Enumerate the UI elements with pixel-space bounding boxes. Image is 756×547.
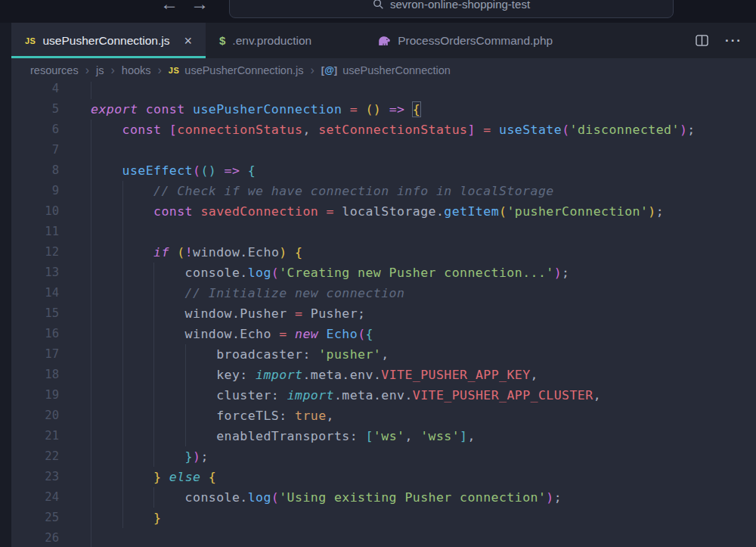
code-line-8: 8 useEffect(() => { [11, 160, 756, 181]
indent-guide [153, 365, 154, 385]
indent-guide [185, 344, 186, 365]
line-number: 21 [11, 426, 59, 446]
breadcrumb-item-js[interactable]: js [96, 64, 104, 76]
code-line-26: 26 [11, 528, 756, 547]
indent-guide [122, 426, 123, 446]
search-query-text: sevron-online-shopping-test [390, 0, 530, 11]
breadcrumb-separator: › [85, 64, 89, 77]
indent-guide [122, 487, 123, 508]
code-text: useEffect(() => { [91, 160, 256, 181]
editor-left-margin [0, 23, 11, 547]
indent-guide [91, 446, 91, 467]
line-number: 6 [11, 120, 59, 140]
code-text: if (!window.Echo) { [91, 242, 302, 263]
indent-guide [122, 324, 123, 344]
breadcrumb-item-hooks[interactable]: hooks [122, 64, 151, 76]
code-text: cluster: import.meta.env.VITE_PUSHER_APP… [91, 385, 601, 406]
indent-guide [153, 406, 154, 426]
code-line-14: 14 // Initialize new connection [11, 283, 756, 303]
line-number: 17 [11, 344, 59, 365]
tab-processorderscommand-php[interactable]: ProcessOrdersCommand.php [364, 23, 566, 58]
indent-guide [122, 446, 123, 467]
line-number: 20 [11, 406, 59, 426]
code-text: window.Pusher = Pusher; [91, 303, 366, 324]
top-bar: ← → sevron-online-shopping-test [0, 0, 756, 23]
env-dollar-icon: $ [219, 34, 225, 47]
indent-guide [91, 344, 91, 365]
indent-guide [122, 303, 123, 324]
line-number: 4 [11, 82, 59, 99]
line-number: 24 [11, 487, 59, 508]
indent-guide [185, 426, 186, 446]
line-number: 23 [11, 467, 59, 487]
line-number: 14 [11, 283, 59, 303]
more-actions-icon[interactable]: ··· [725, 33, 742, 48]
indent-guide [122, 181, 123, 201]
indent-guide [91, 201, 91, 222]
command-center-search[interactable]: sevron-online-shopping-test [229, 0, 674, 18]
indent-guide [91, 467, 91, 487]
split-editor-icon[interactable] [696, 35, 708, 46]
line-number: 10 [11, 201, 59, 222]
line-number: 16 [11, 324, 59, 344]
code-line-15: 15 window.Pusher = Pusher; [11, 303, 756, 324]
breadcrumb: resources›js›hooks›JSusePusherConnection… [0, 58, 756, 82]
indent-guide [91, 324, 91, 344]
code-line-19: 19 cluster: import.meta.env.VITE_PUSHER_… [11, 385, 756, 406]
code-text: console.log('Creating new Pusher connect… [91, 263, 569, 283]
indent-guide [122, 406, 123, 426]
indent-guide [91, 160, 91, 181]
indent-guide [91, 365, 91, 385]
breadcrumb-item-usepusherconnection[interactable]: [@]usePusherConnection [321, 64, 451, 76]
code-text: window.Echo = new Echo({ [91, 324, 373, 344]
indent-guide [122, 263, 123, 283]
code-text: } [91, 508, 161, 528]
tab--env-production[interactable]: $.env.production [206, 23, 325, 58]
code-line-4: 4 [11, 82, 756, 99]
indent-guide [122, 283, 123, 303]
js-icon: JS [169, 66, 179, 75]
indent-guide [91, 120, 91, 140]
breadcrumb-item-resources[interactable]: resources [30, 64, 79, 76]
back-arrow-icon[interactable]: ← [160, 0, 178, 14]
line-number: 11 [11, 222, 59, 242]
indent-guide [153, 426, 154, 446]
indent-guide [153, 446, 154, 467]
tab-bar: JSusePusherConnection.js×$.env.productio… [0, 23, 756, 58]
tab-usepusherconnection-js[interactable]: JSusePusherConnection.js× [11, 23, 206, 58]
symbol-icon: [@] [321, 64, 337, 76]
indent-guide [122, 242, 123, 263]
code-line-9: 9 // Check if we have connection info in… [11, 181, 756, 201]
breadcrumb-label: hooks [122, 64, 151, 76]
code-line-20: 20 forceTLS: true, [11, 406, 756, 426]
indent-guide [153, 283, 154, 303]
close-tab-icon[interactable]: × [184, 34, 193, 48]
indent-guide [185, 365, 186, 385]
breadcrumb-label: resources [30, 64, 79, 76]
forward-arrow-icon[interactable]: → [191, 0, 209, 14]
breadcrumb-item-usepusherconnection-js[interactable]: JSusePusherConnection.js [169, 64, 304, 76]
code-line-7: 7 [11, 140, 756, 160]
code-text: broadcaster: 'pusher', [91, 344, 389, 365]
indent-guide [91, 406, 91, 426]
line-number: 18 [11, 365, 59, 385]
indent-guide [153, 263, 154, 283]
line-number: 9 [11, 181, 59, 201]
code-text: // Initialize new connection [91, 283, 404, 303]
code-line-11: 11 [11, 222, 756, 242]
code-line-13: 13 console.log('Creating new Pusher conn… [11, 263, 756, 283]
breadcrumb-label: js [96, 64, 104, 76]
breadcrumb-separator: › [110, 64, 114, 77]
line-number: 19 [11, 385, 59, 406]
indent-guide [91, 82, 91, 99]
code-text: const [connectionStatus, setConnectionSt… [91, 120, 696, 140]
indent-guide [122, 385, 123, 406]
code-editor[interactable]: 45export const usePusherConnection = () … [0, 82, 756, 547]
tab-label: usePusherConnection.js [42, 34, 169, 48]
indent-guide [185, 385, 186, 406]
breadcrumb-label: usePusherConnection [342, 64, 451, 76]
code-text: key: import.meta.env.VITE_PUSHER_APP_KEY… [91, 365, 538, 385]
code-line-18: 18 key: import.meta.env.VITE_PUSHER_APP_… [11, 365, 756, 385]
code-line-24: 24 console.log('Using existing Pusher co… [11, 487, 756, 508]
indent-guide [91, 303, 91, 324]
